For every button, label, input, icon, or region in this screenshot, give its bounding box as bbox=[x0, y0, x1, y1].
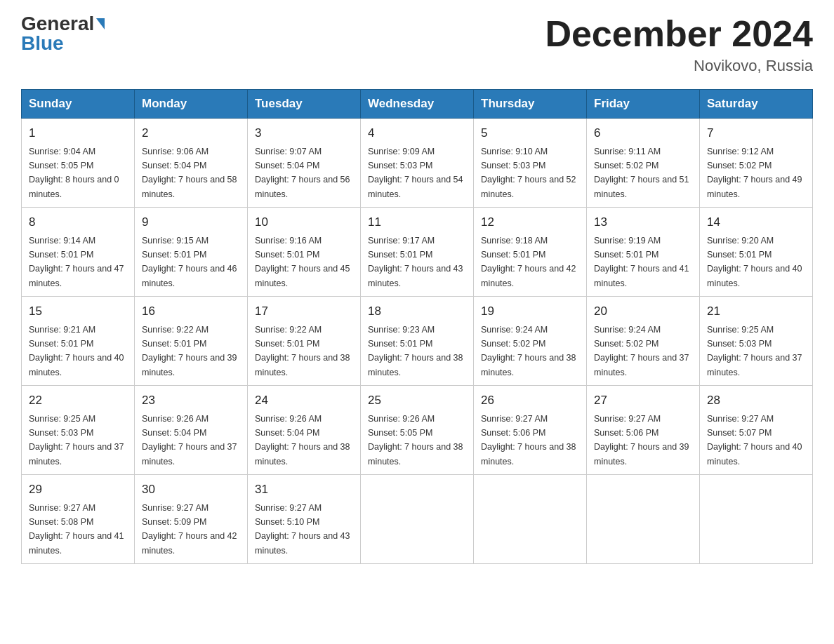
day-info: Sunrise: 9:12 AMSunset: 5:02 PMDaylight:… bbox=[707, 147, 802, 199]
day-cell-2: 2 Sunrise: 9:06 AMSunset: 5:04 PMDayligh… bbox=[135, 119, 248, 208]
day-number: 23 bbox=[142, 391, 240, 410]
day-info: Sunrise: 9:14 AMSunset: 5:01 PMDaylight:… bbox=[29, 236, 124, 288]
day-number: 16 bbox=[142, 302, 240, 321]
day-number: 25 bbox=[368, 391, 466, 410]
day-cell-7: 7 Sunrise: 9:12 AMSunset: 5:02 PMDayligh… bbox=[700, 119, 813, 208]
day-cell-20: 20 Sunrise: 9:24 AMSunset: 5:02 PMDaylig… bbox=[587, 297, 700, 386]
day-cell-1: 1 Sunrise: 9:04 AMSunset: 5:05 PMDayligh… bbox=[22, 119, 135, 208]
day-info: Sunrise: 9:20 AMSunset: 5:01 PMDaylight:… bbox=[707, 236, 802, 288]
day-info: Sunrise: 9:24 AMSunset: 5:02 PMDaylight:… bbox=[594, 325, 689, 377]
logo-blue-text: Blue bbox=[21, 34, 64, 53]
day-number: 2 bbox=[142, 124, 240, 142]
day-cell-30: 30 Sunrise: 9:27 AMSunset: 5:09 PMDaylig… bbox=[135, 475, 248, 564]
week-row-3: 15 Sunrise: 9:21 AMSunset: 5:01 PMDaylig… bbox=[22, 297, 813, 386]
day-cell-16: 16 Sunrise: 9:22 AMSunset: 5:01 PMDaylig… bbox=[135, 297, 248, 386]
day-info: Sunrise: 9:25 AMSunset: 5:03 PMDaylight:… bbox=[707, 325, 802, 377]
day-info: Sunrise: 9:04 AMSunset: 5:05 PMDaylight:… bbox=[29, 147, 119, 199]
logo-general-text: General bbox=[21, 14, 94, 34]
day-info: Sunrise: 9:27 AMSunset: 5:06 PMDaylight:… bbox=[481, 414, 576, 467]
day-number: 4 bbox=[368, 124, 466, 142]
day-cell-9: 9 Sunrise: 9:15 AMSunset: 5:01 PMDayligh… bbox=[135, 208, 248, 297]
calendar-header-row: SundayMondayTuesdayWednesdayThursdayFrid… bbox=[22, 90, 813, 119]
header-sunday: Sunday bbox=[22, 90, 135, 119]
day-number: 27 bbox=[594, 391, 692, 410]
header-friday: Friday bbox=[587, 90, 700, 119]
day-number: 7 bbox=[707, 124, 805, 142]
title-block: December 2024 Novikovo, Russia bbox=[545, 14, 813, 75]
day-number: 15 bbox=[29, 302, 127, 321]
day-cell-11: 11 Sunrise: 9:17 AMSunset: 5:01 PMDaylig… bbox=[361, 208, 474, 297]
day-number: 26 bbox=[481, 391, 579, 410]
day-cell-18: 18 Sunrise: 9:23 AMSunset: 5:01 PMDaylig… bbox=[361, 297, 474, 386]
week-row-5: 29 Sunrise: 9:27 AMSunset: 5:08 PMDaylig… bbox=[22, 475, 813, 564]
day-cell-13: 13 Sunrise: 9:19 AMSunset: 5:01 PMDaylig… bbox=[587, 208, 700, 297]
empty-cell-w4-6 bbox=[700, 475, 813, 564]
day-info: Sunrise: 9:26 AMSunset: 5:04 PMDaylight:… bbox=[142, 414, 237, 467]
day-number: 24 bbox=[255, 391, 353, 410]
day-cell-27: 27 Sunrise: 9:27 AMSunset: 5:06 PMDaylig… bbox=[587, 386, 700, 475]
day-info: Sunrise: 9:26 AMSunset: 5:05 PMDaylight:… bbox=[368, 414, 463, 467]
day-number: 31 bbox=[255, 481, 353, 499]
day-cell-24: 24 Sunrise: 9:26 AMSunset: 5:04 PMDaylig… bbox=[248, 386, 361, 475]
day-info: Sunrise: 9:24 AMSunset: 5:02 PMDaylight:… bbox=[481, 325, 576, 377]
day-info: Sunrise: 9:22 AMSunset: 5:01 PMDaylight:… bbox=[255, 325, 350, 377]
day-info: Sunrise: 9:18 AMSunset: 5:01 PMDaylight:… bbox=[481, 236, 576, 288]
day-info: Sunrise: 9:22 AMSunset: 5:01 PMDaylight:… bbox=[142, 325, 237, 377]
day-number: 20 bbox=[594, 302, 692, 321]
day-info: Sunrise: 9:26 AMSunset: 5:04 PMDaylight:… bbox=[255, 414, 350, 467]
day-number: 28 bbox=[707, 391, 805, 410]
day-number: 14 bbox=[707, 213, 805, 232]
day-info: Sunrise: 9:09 AMSunset: 5:03 PMDaylight:… bbox=[368, 147, 463, 199]
logo: General Blue bbox=[21, 14, 105, 53]
day-info: Sunrise: 9:15 AMSunset: 5:01 PMDaylight:… bbox=[142, 236, 237, 288]
day-cell-22: 22 Sunrise: 9:25 AMSunset: 5:03 PMDaylig… bbox=[22, 386, 135, 475]
day-cell-5: 5 Sunrise: 9:10 AMSunset: 5:03 PMDayligh… bbox=[474, 119, 587, 208]
day-cell-23: 23 Sunrise: 9:26 AMSunset: 5:04 PMDaylig… bbox=[135, 386, 248, 475]
day-number: 17 bbox=[255, 302, 353, 321]
day-number: 18 bbox=[368, 302, 466, 321]
day-cell-29: 29 Sunrise: 9:27 AMSunset: 5:08 PMDaylig… bbox=[22, 475, 135, 564]
day-number: 8 bbox=[29, 213, 127, 232]
header-thursday: Thursday bbox=[474, 90, 587, 119]
day-info: Sunrise: 9:27 AMSunset: 5:06 PMDaylight:… bbox=[594, 414, 689, 467]
day-cell-8: 8 Sunrise: 9:14 AMSunset: 5:01 PMDayligh… bbox=[22, 208, 135, 297]
day-number: 3 bbox=[255, 124, 353, 142]
day-number: 5 bbox=[481, 124, 579, 142]
day-number: 9 bbox=[142, 213, 240, 232]
header-wednesday: Wednesday bbox=[361, 90, 474, 119]
day-cell-10: 10 Sunrise: 9:16 AMSunset: 5:01 PMDaylig… bbox=[248, 208, 361, 297]
month-title: December 2024 bbox=[545, 14, 813, 54]
calendar-table: SundayMondayTuesdayWednesdayThursdayFrid… bbox=[21, 89, 813, 564]
day-info: Sunrise: 9:17 AMSunset: 5:01 PMDaylight:… bbox=[368, 236, 463, 288]
day-number: 12 bbox=[481, 213, 579, 232]
day-cell-31: 31 Sunrise: 9:27 AMSunset: 5:10 PMDaylig… bbox=[248, 475, 361, 564]
day-cell-28: 28 Sunrise: 9:27 AMSunset: 5:07 PMDaylig… bbox=[700, 386, 813, 475]
header-saturday: Saturday bbox=[700, 90, 813, 119]
day-cell-4: 4 Sunrise: 9:09 AMSunset: 5:03 PMDayligh… bbox=[361, 119, 474, 208]
day-info: Sunrise: 9:27 AMSunset: 5:07 PMDaylight:… bbox=[707, 414, 802, 467]
day-number: 1 bbox=[29, 124, 127, 142]
day-cell-17: 17 Sunrise: 9:22 AMSunset: 5:01 PMDaylig… bbox=[248, 297, 361, 386]
day-number: 13 bbox=[594, 213, 692, 232]
day-cell-26: 26 Sunrise: 9:27 AMSunset: 5:06 PMDaylig… bbox=[474, 386, 587, 475]
day-info: Sunrise: 9:21 AMSunset: 5:01 PMDaylight:… bbox=[29, 325, 124, 377]
day-info: Sunrise: 9:27 AMSunset: 5:09 PMDaylight:… bbox=[142, 503, 237, 556]
day-cell-12: 12 Sunrise: 9:18 AMSunset: 5:01 PMDaylig… bbox=[474, 208, 587, 297]
week-row-1: 1 Sunrise: 9:04 AMSunset: 5:05 PMDayligh… bbox=[22, 119, 813, 208]
day-info: Sunrise: 9:27 AMSunset: 5:10 PMDaylight:… bbox=[255, 503, 350, 556]
day-cell-15: 15 Sunrise: 9:21 AMSunset: 5:01 PMDaylig… bbox=[22, 297, 135, 386]
location-label: Novikovo, Russia bbox=[545, 57, 813, 75]
day-info: Sunrise: 9:06 AMSunset: 5:04 PMDaylight:… bbox=[142, 147, 237, 199]
day-cell-3: 3 Sunrise: 9:07 AMSunset: 5:04 PMDayligh… bbox=[248, 119, 361, 208]
header-monday: Monday bbox=[135, 90, 248, 119]
week-row-4: 22 Sunrise: 9:25 AMSunset: 5:03 PMDaylig… bbox=[22, 386, 813, 475]
day-cell-6: 6 Sunrise: 9:11 AMSunset: 5:02 PMDayligh… bbox=[587, 119, 700, 208]
empty-cell-w4-4 bbox=[474, 475, 587, 564]
week-row-2: 8 Sunrise: 9:14 AMSunset: 5:01 PMDayligh… bbox=[22, 208, 813, 297]
day-number: 6 bbox=[594, 124, 692, 142]
day-info: Sunrise: 9:07 AMSunset: 5:04 PMDaylight:… bbox=[255, 147, 350, 199]
day-number: 29 bbox=[29, 481, 127, 499]
day-number: 19 bbox=[481, 302, 579, 321]
day-number: 22 bbox=[29, 391, 127, 410]
day-info: Sunrise: 9:10 AMSunset: 5:03 PMDaylight:… bbox=[481, 147, 576, 199]
